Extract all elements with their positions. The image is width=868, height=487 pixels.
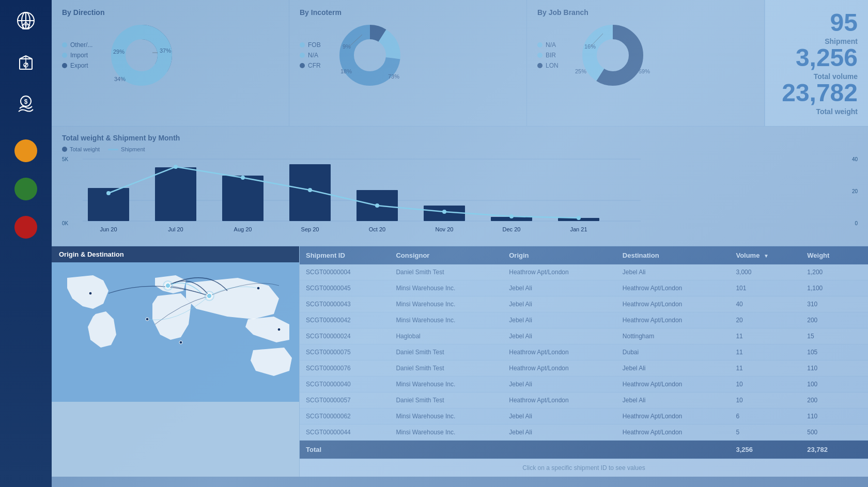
svg-text:Jan 21: Jan 21 bbox=[570, 226, 587, 232]
map-panel: Origin & Destination bbox=[52, 246, 300, 477]
dubai-dot bbox=[207, 293, 212, 299]
usa-dot bbox=[89, 292, 92, 295]
sidebar-icon-money[interactable]: $ bbox=[10, 88, 41, 119]
sidebar-icon-package[interactable] bbox=[10, 46, 41, 77]
svg-text:Aug 20: Aug 20 bbox=[234, 226, 252, 232]
svg-text:Nov 20: Nov 20 bbox=[436, 226, 454, 232]
bar-aug20 bbox=[222, 176, 264, 221]
dot-green[interactable] bbox=[14, 178, 37, 200]
sidebar-icon-globe[interactable] bbox=[10, 5, 41, 36]
line-point-oct bbox=[375, 203, 379, 208]
line-point-dec bbox=[509, 214, 514, 218]
svg-text:Dec 20: Dec 20 bbox=[503, 226, 521, 232]
svg-text:Jun 20: Jun 20 bbox=[100, 226, 117, 232]
y-right-0: 0 bbox=[852, 221, 858, 226]
bar-chart-svg: Jun 20 Jul 20 Aug 20 Sep 20 Oct 20 Nov 2… bbox=[83, 156, 651, 237]
main-content: By Direction Other/... Import bbox=[52, 0, 868, 487]
london-dot bbox=[165, 283, 171, 288]
line-point-aug bbox=[241, 176, 245, 180]
seasia-dot bbox=[277, 328, 281, 331]
y-label-5k: 5K bbox=[62, 156, 68, 162]
y-right-40: 40 bbox=[852, 156, 858, 162]
safrica-dot bbox=[179, 341, 182, 344]
svg-text:Sep 20: Sep 20 bbox=[301, 226, 319, 232]
line-point-nov bbox=[442, 210, 446, 214]
bar-sep20 bbox=[289, 164, 331, 221]
line-point-jan bbox=[577, 216, 581, 220]
svg-text:Oct 20: Oct 20 bbox=[369, 226, 385, 232]
y-label-0k: 0K bbox=[62, 221, 68, 226]
svg-text:$: $ bbox=[24, 98, 28, 105]
map-title: Origin & Destination bbox=[52, 246, 299, 262]
africa-dot bbox=[146, 318, 149, 321]
dot-orange[interactable] bbox=[14, 139, 37, 162]
line-point-sep bbox=[308, 188, 312, 192]
india-dot bbox=[257, 287, 260, 290]
world-map-svg bbox=[52, 262, 299, 402]
dot-red[interactable] bbox=[14, 216, 37, 239]
y-right-20: 20 bbox=[852, 188, 858, 194]
bar-jul20 bbox=[155, 167, 196, 221]
sidebar: $ bbox=[0, 0, 52, 487]
svg-text:Jul 20: Jul 20 bbox=[168, 226, 183, 232]
line-point-jul bbox=[174, 165, 178, 169]
line-point-jun bbox=[106, 191, 111, 195]
map-area bbox=[52, 262, 299, 476]
